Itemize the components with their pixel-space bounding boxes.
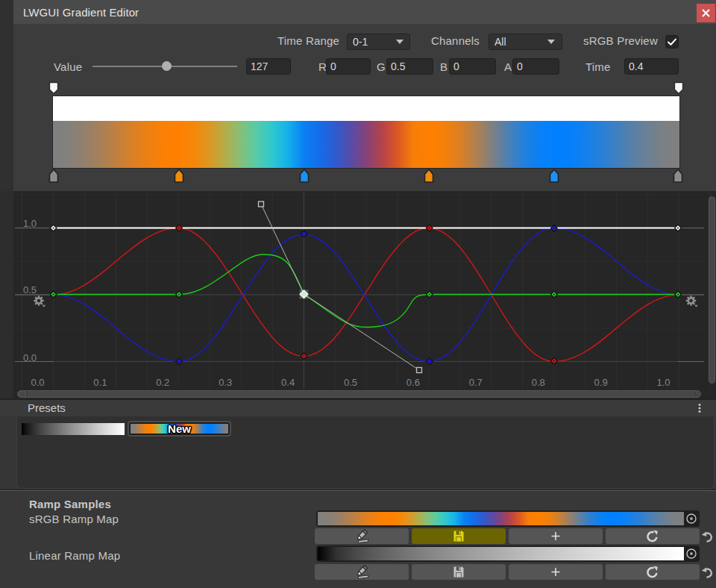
svg-text:0.1: 0.1 <box>93 377 107 388</box>
svg-text:0.7: 0.7 <box>469 377 483 388</box>
svg-text:0.6: 0.6 <box>406 377 420 388</box>
svg-text:0.0: 0.0 <box>23 352 37 363</box>
svg-text:0.4: 0.4 <box>281 377 295 388</box>
svg-text:0.5: 0.5 <box>344 377 357 388</box>
svg-text:1.0: 1.0 <box>23 218 37 229</box>
svg-text:0.9: 0.9 <box>594 377 608 388</box>
svg-text:1.0: 1.0 <box>656 377 670 388</box>
svg-text:0.0: 0.0 <box>31 377 44 388</box>
svg-text:0.2: 0.2 <box>156 377 169 388</box>
svg-text:0.5: 0.5 <box>23 284 37 295</box>
svg-text:0.8: 0.8 <box>532 377 545 388</box>
svg-text:0.3: 0.3 <box>219 377 232 388</box>
